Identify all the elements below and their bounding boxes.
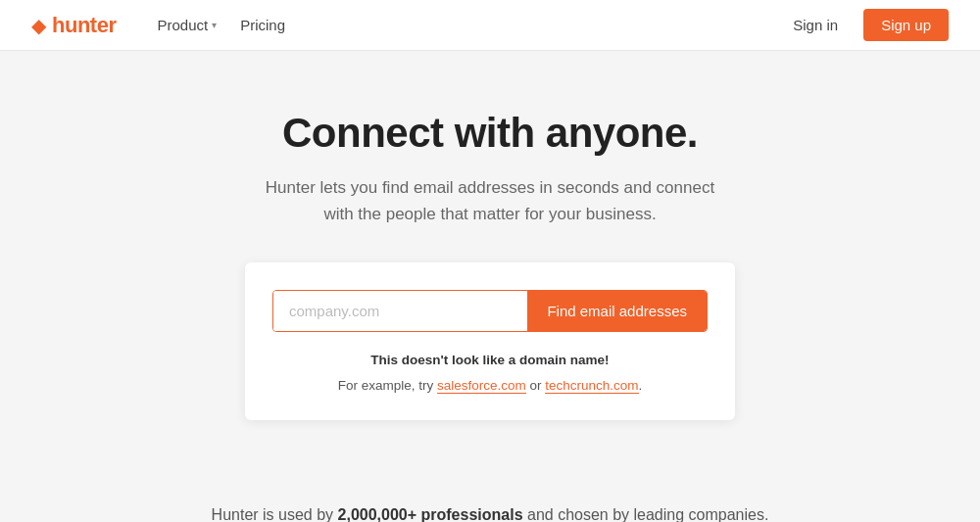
nav-pricing-label: Pricing: [240, 17, 285, 33]
nav-pricing[interactable]: Pricing: [230, 11, 295, 39]
nav-product[interactable]: Product ▾: [147, 11, 226, 39]
signup-button[interactable]: Sign up: [863, 9, 949, 41]
search-row: Find email addresses: [272, 290, 708, 332]
search-error-example: For example, try salesforce.com or techc…: [272, 375, 708, 397]
search-error-period: .: [639, 378, 643, 393]
search-error-title: This doesn't look like a domain name!: [272, 350, 708, 371]
search-card: Find email addresses This doesn't look l…: [245, 262, 735, 419]
navbar: ◆ hunter Product ▾ Pricing Sign in Sign …: [0, 0, 980, 51]
logo-text: hunter: [52, 13, 116, 38]
search-error-link2[interactable]: techcrunch.com: [545, 378, 638, 394]
search-error: This doesn't look like a domain name! Fo…: [272, 350, 708, 396]
hero-section: Connect with anyone. Hunter lets you fin…: [0, 51, 980, 459]
logo-icon: ◆: [31, 14, 46, 37]
nav-right: Sign in Sign up: [783, 9, 949, 41]
logo-link[interactable]: ◆ hunter: [31, 13, 116, 38]
hero-subtitle: Hunter lets you find email addresses in …: [255, 174, 725, 227]
social-proof-suffix: and chosen by leading companies.: [523, 506, 769, 522]
chevron-down-icon: ▾: [212, 20, 217, 30]
find-emails-button[interactable]: Find email addresses: [527, 291, 707, 331]
social-proof-section: Hunter is used by 2,000,000+ professiona…: [0, 459, 980, 522]
search-input[interactable]: [273, 291, 527, 331]
search-error-or: or: [526, 378, 546, 393]
search-error-link1[interactable]: salesforce.com: [437, 378, 526, 394]
social-proof-prefix: Hunter is used by: [212, 506, 338, 522]
nav-product-label: Product: [157, 17, 208, 33]
search-error-prefix: For example, try: [338, 378, 437, 393]
signin-button[interactable]: Sign in: [783, 11, 848, 39]
social-proof-text: Hunter is used by 2,000,000+ professiona…: [20, 506, 960, 522]
social-proof-highlight: 2,000,000+ professionals: [338, 506, 523, 522]
nav-links: Product ▾ Pricing: [147, 11, 783, 39]
hero-title: Connect with anyone.: [20, 110, 960, 157]
